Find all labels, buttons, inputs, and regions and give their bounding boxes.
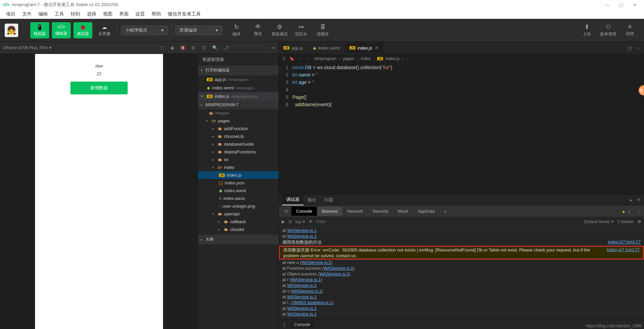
menu-select[interactable]: 选择 [84, 11, 100, 17]
minimize-button[interactable]: — [601, 2, 614, 7]
popout-icon[interactable]: ⧉ [192, 45, 195, 51]
close-icon[interactable]: ✕ [637, 197, 641, 202]
clear-icon[interactable]: ⊘ [288, 219, 292, 224]
levels-dropdown[interactable]: Default levels▾ [584, 219, 614, 224]
menu-settings[interactable]: 设置 [132, 11, 148, 17]
git-icon[interactable]: ⎇ [224, 45, 229, 50]
source-link[interactable]: index.js? [sm]:17 [608, 239, 641, 244]
open-file-indexjs[interactable]: ✕JSindex.js miniprogram\pa... [198, 92, 279, 100]
tree-folder[interactable]: ▸🖿im [198, 156, 279, 163]
console-drawer-tab[interactable]: Console [290, 321, 314, 328]
trace-link[interactable]: WAService.js:1 [287, 283, 317, 288]
eye-icon[interactable]: 👁 [309, 219, 313, 224]
device-dropdown[interactable]: iPhone 6/7/8 Plus 75%▾ [3, 45, 52, 50]
menu-wechat-devtools[interactable]: 微信开发者工具 [164, 11, 204, 17]
mock-tab[interactable]: Mock [393, 207, 413, 216]
list-icon[interactable]: ☰ [202, 45, 206, 50]
open-editors-section[interactable]: ▾打开的编辑器 [198, 65, 279, 75]
code-editor[interactable]: 123456 const DB = wx.cloud.database().co… [279, 63, 644, 194]
mute-icon[interactable]: 🔇 [180, 45, 186, 51]
search-icon[interactable]: 🔍 [212, 45, 218, 50]
tree-folder[interactable]: ▸🖿chooseLib [198, 132, 279, 140]
context-dropdown[interactable]: top▾ [295, 219, 305, 224]
tab-debugger[interactable]: 调试器 [282, 195, 303, 205]
split-icon[interactable]: ◫ [627, 46, 632, 51]
tree-file-indexjs[interactable]: JSindex.js [198, 171, 279, 179]
device-frame-icon[interactable]: ▢ [160, 45, 164, 51]
gear-icon[interactable]: ⚙ [637, 219, 641, 224]
sources-tab[interactable]: Sources [317, 207, 343, 216]
tree-file-indexwxml[interactable]: ◆index.wxml [198, 187, 279, 195]
more-icon[interactable]: ⋯ [636, 46, 640, 51]
tree-file-png[interactable]: ▫user-unlogin.png [198, 202, 279, 210]
trace-link[interactable]: WAService.js:1 [287, 311, 317, 317]
bookmark-icon[interactable]: 🔖 [289, 56, 294, 61]
trace-link[interactable]: WAService.js:1 [287, 294, 317, 299]
menu-goto[interactable]: 转到 [67, 11, 84, 17]
crumb[interactable]: ... [406, 56, 410, 61]
panel-toggle-icon[interactable]: ⇥ [271, 45, 275, 50]
menu-view[interactable]: 视图 [100, 11, 116, 17]
menu-tools[interactable]: 工具 [51, 11, 67, 17]
menu-help[interactable]: 帮助 [148, 11, 164, 17]
tree-images[interactable]: 🖿images [198, 109, 279, 117]
tab-indexwxml[interactable]: ◆index.wxml [308, 43, 345, 53]
trace-link[interactable]: WAService.js:1 [320, 271, 349, 276]
trace-link[interactable]: WAService.js:1 [287, 234, 317, 239]
appdata-tab[interactable]: AppData [413, 207, 440, 216]
menu-file[interactable]: 文件 [19, 11, 35, 17]
avatar[interactable]: 👧 [5, 24, 18, 37]
tree-folder[interactable]: ▸🖿deployFunctions [198, 148, 279, 156]
tab-output[interactable]: 输出 [303, 195, 320, 205]
tree-folder[interactable]: ▸🖿callback [198, 218, 279, 226]
open-file-appjs[interactable]: JSapp.js miniprogram [198, 75, 279, 84]
back-icon[interactable]: ← [298, 56, 302, 61]
simulator-button[interactable]: 📱模拟器 [30, 22, 49, 38]
tree-index-folder[interactable]: ▾🗁index [198, 163, 279, 171]
menu-interface[interactable]: 界面 [116, 11, 132, 17]
cloud-dev-button[interactable]: ☁云开发 [95, 22, 114, 38]
trace-link[interactable]: WAService.js:1 [301, 260, 331, 265]
tree-file-indexjson[interactable]: {.}index.json [198, 179, 279, 187]
close-icon[interactable]: ✕ [374, 45, 378, 51]
tree-file-indexwxss[interactable]: ≡index.wxss [198, 195, 279, 202]
network-tab[interactable]: Network [342, 207, 368, 216]
filter-input[interactable] [316, 219, 357, 224]
more-icon[interactable]: ⋮ [637, 209, 641, 214]
crumb[interactable]: pages [343, 56, 354, 61]
menu-edit[interactable]: 编辑 [35, 11, 51, 17]
trace-link[interactable]: VM653 asdebug.js:1 [292, 300, 332, 305]
console-output[interactable]: at WAService.js:1 at WAService.js:1 调用添加… [279, 227, 644, 320]
crumb[interactable]: index [361, 56, 371, 61]
console-tab[interactable]: Console [291, 207, 317, 216]
collapse-icon[interactable]: ▴ [630, 197, 632, 202]
trace-link[interactable]: WAService.js:1 [324, 266, 353, 271]
version-button[interactable]: ⚇版本管理 [598, 23, 619, 37]
tree-folder[interactable]: ▸🖿addFunction [198, 125, 279, 132]
compile-button[interactable]: ↻编译 [226, 23, 247, 37]
security-tab[interactable]: Security [368, 207, 393, 216]
menu-project[interactable]: 项目 [3, 11, 19, 17]
tree-folder[interactable]: ▸🖿databaseGuide [198, 140, 279, 148]
open-file-indexwxml[interactable]: ◆index.wxml miniprogra... [198, 84, 279, 92]
more-tabs[interactable]: » [440, 207, 451, 216]
add-data-button[interactable]: 新增数据 [70, 82, 128, 94]
trace-link[interactable]: WAService.js:1 [287, 228, 317, 233]
debugger-button[interactable]: 🐞调试器 [73, 22, 92, 38]
more-icon[interactable]: ⋮ [282, 322, 287, 327]
editor-button[interactable]: </>编辑器 [52, 22, 71, 38]
crumb[interactable]: index.js [386, 56, 399, 61]
crumb[interactable]: miniprogram [314, 56, 336, 61]
tree-pages[interactable]: ▾🗁pages [198, 117, 279, 125]
close-button[interactable]: ✕ [628, 2, 641, 7]
trace-link[interactable]: WAService.js:1 [291, 277, 321, 282]
tab-problems[interactable]: 问题 [320, 195, 337, 205]
tree-folder[interactable]: ▾🖿openapi [198, 210, 279, 218]
trace-link[interactable]: WAService.js:1 [287, 306, 317, 311]
tab-indexjs[interactable]: JSindex.js✕ [345, 42, 383, 53]
list-icon[interactable]: ☰ [282, 56, 286, 61]
trace-link[interactable]: WAService.js:1 [292, 289, 322, 294]
mode-dropdown[interactable]: 小程序模式▾ [121, 26, 168, 35]
close-icon[interactable]: ✕ [200, 94, 204, 99]
project-section[interactable]: ▾MINIPROGRAM-7 [198, 100, 279, 109]
